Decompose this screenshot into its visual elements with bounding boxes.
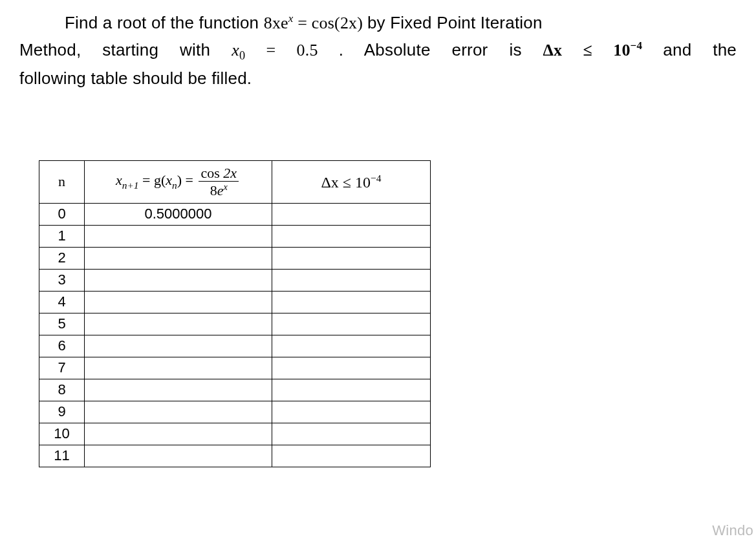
- text-line2-c: and the: [663, 40, 737, 59]
- hdr-g-x1: x: [116, 172, 122, 188]
- iteration-table: n xn+1 = g(xn) = cos 2x8ex Δx ≤ 10−4: [39, 160, 431, 467]
- hdr-err-formula: Δx ≤ 10−4: [321, 174, 381, 191]
- problem-statement: Find a root of the function 8xex = cos(2…: [19, 10, 737, 92]
- table-body: 0 0.5000000 1 2 3: [39, 203, 431, 467]
- x0-sub: 0: [239, 49, 245, 62]
- hdr-g-sub2: n: [172, 179, 177, 190]
- problem-line-1: Find a root of the function 8xex = cos(2…: [19, 10, 737, 37]
- cell-g: [85, 335, 272, 357]
- text-line3: following table should be filled.: [19, 69, 252, 88]
- cell-n: 9: [39, 401, 85, 423]
- abs-error-expression: Δx ≤ 10−4: [543, 41, 664, 59]
- table-row: 8: [39, 379, 431, 401]
- cell-g: [85, 291, 272, 313]
- cell-n: 3: [39, 269, 85, 291]
- problem-line-3: following table should be filled.: [19, 65, 737, 92]
- hdr-g-num-fn: cos: [200, 165, 219, 181]
- dx-sym: Δx: [543, 41, 563, 59]
- hdr-g-sub1: n+1: [122, 179, 139, 190]
- cell-g: [85, 269, 272, 291]
- text-line2-a: Method, starting with: [19, 40, 232, 59]
- hdr-g-x2: x: [166, 172, 172, 188]
- hdr-g-den: 8ex: [199, 182, 239, 198]
- table-row: 3: [39, 269, 431, 291]
- eq-rhs-fn: cos: [312, 14, 334, 32]
- table-row: 2: [39, 247, 431, 269]
- cell-n: 7: [39, 357, 85, 379]
- table-row: 9: [39, 401, 431, 423]
- problem-line-2: Method, starting with x0 = 0.5 . Absolut…: [19, 37, 737, 65]
- table-row: 0 0.5000000: [39, 203, 431, 225]
- cell-g: [85, 357, 272, 379]
- cell-n: 10: [39, 423, 85, 445]
- iteration-table-wrap: n xn+1 = g(xn) = cos 2x8ex Δx ≤ 10−4: [39, 160, 737, 467]
- cell-n: 8: [39, 379, 85, 401]
- cell-err: [272, 445, 431, 467]
- hdr-err-le: ≤ 10: [339, 174, 371, 191]
- cell-err: [272, 313, 431, 335]
- cell-err: [272, 247, 431, 269]
- cell-n: 1: [39, 225, 85, 247]
- text-intro-a: Find a root of the function: [65, 13, 264, 32]
- cell-g: 0.5000000: [85, 203, 272, 225]
- cell-g: [85, 379, 272, 401]
- dx-le: ≤ 10: [562, 41, 630, 59]
- hdr-g-fraction: cos 2x8ex: [199, 165, 239, 198]
- hdr-g-den-e: e: [217, 182, 224, 198]
- cell-g: [85, 225, 272, 247]
- table-row: 5: [39, 313, 431, 335]
- windows-watermark: Windo: [712, 522, 753, 539]
- cell-err: [272, 269, 431, 291]
- cell-err: [272, 423, 431, 445]
- cell-n: 2: [39, 247, 85, 269]
- hdr-g-den-exp: x: [223, 182, 227, 192]
- eq-lhs-exp: x: [288, 12, 294, 25]
- cell-err: [272, 401, 431, 423]
- cell-err: [272, 203, 431, 225]
- hdr-err-exp: −4: [371, 173, 382, 184]
- cell-g: [85, 423, 272, 445]
- x0-sym: x: [232, 41, 239, 59]
- table-row: 4: [39, 291, 431, 313]
- table-row: 11: [39, 445, 431, 467]
- table-header-err: Δx ≤ 10−4: [272, 160, 431, 203]
- hdr-g-formula: xn+1 = g(xn) = cos 2x8ex: [116, 165, 241, 198]
- hdr-g-num-arg: 2x: [220, 165, 237, 181]
- table-row: 1: [39, 225, 431, 247]
- cell-err: [272, 225, 431, 247]
- x0-expression: x0 = 0.5: [232, 41, 339, 59]
- cell-g: [85, 401, 272, 423]
- cell-n: 4: [39, 291, 85, 313]
- cell-g: [85, 247, 272, 269]
- hdr-g-num: cos 2x: [199, 165, 239, 182]
- hdr-g-eq: = g(: [139, 172, 166, 188]
- equation-main: 8xex = cos(2x): [264, 14, 367, 32]
- hdr-g-den-coef: 8: [210, 182, 217, 198]
- x0-eq: = 0.5: [245, 41, 318, 59]
- table-header-n: n: [39, 160, 85, 203]
- table-header-g: xn+1 = g(xn) = cos 2x8ex: [85, 160, 272, 203]
- cell-n: 0: [39, 203, 85, 225]
- cell-err: [272, 335, 431, 357]
- table-row: 6: [39, 335, 431, 357]
- hdr-g-close: ) =: [177, 172, 197, 188]
- table-row: 10: [39, 423, 431, 445]
- eq-equals: =: [294, 14, 312, 32]
- table-row: 7: [39, 357, 431, 379]
- hdr-n-text: n: [58, 173, 65, 189]
- cell-err: [272, 379, 431, 401]
- cell-n: 6: [39, 335, 85, 357]
- text-line2-b: . Absolute error is: [339, 40, 543, 59]
- text-intro-b: by Fixed Point Iteration: [367, 13, 543, 32]
- hdr-err-dx: Δx: [321, 174, 338, 191]
- cell-n: 5: [39, 313, 85, 335]
- cell-g: [85, 313, 272, 335]
- cell-g: [85, 445, 272, 467]
- eq-lhs-coef: 8xe: [264, 14, 288, 32]
- dx-exp: −4: [631, 39, 642, 52]
- table-header-row: n xn+1 = g(xn) = cos 2x8ex Δx ≤ 10−4: [39, 160, 431, 203]
- page: Find a root of the function 8xex = cos(2…: [0, 0, 756, 552]
- cell-err: [272, 291, 431, 313]
- eq-rhs-arg: (2x): [334, 14, 363, 32]
- cell-n: 11: [39, 445, 85, 467]
